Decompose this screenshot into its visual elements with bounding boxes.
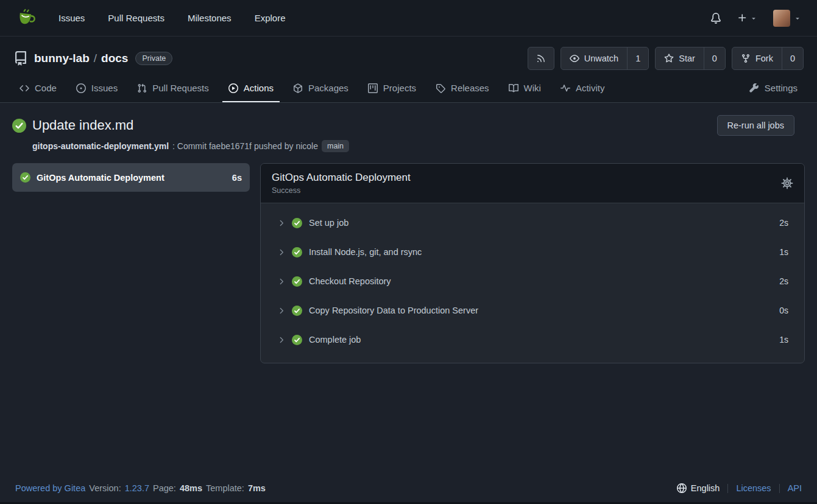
unwatch-label: Unwatch [584,54,618,63]
tab-issues[interactable]: Issues [70,75,124,102]
star-button-group: Star 0 [655,47,726,70]
chevron-right-icon [277,277,286,286]
step-duration: 1s [779,247,788,257]
star-icon [664,54,674,63]
version-link[interactable]: 1.23.7 [125,483,149,493]
gear-icon[interactable] [781,177,793,189]
run-body: GitOps Automatic Deployment 6s GitOps Au… [12,163,805,376]
chevron-down-icon [750,15,757,22]
nav-item-pull-requests[interactable]: Pull Requests [108,13,164,23]
tab-label: Releases [451,83,489,93]
run-title-row: Update index.md Re-run all jobs [12,115,805,136]
step-row[interactable]: Complete job 1s [261,325,804,354]
tab-label: Issues [91,83,118,93]
step-duration: 2s [779,276,788,286]
rss-button-group [528,47,554,70]
job-detail-panel: GitOps Automatic Deployment Success [260,163,805,363]
tab-pull-requests[interactable]: Pull Requests [131,75,215,102]
rss-feed-button[interactable] [528,47,554,69]
page-time-label: Page: [153,483,176,493]
repo-header: bunny-lab / docs Private [0,37,817,103]
repo-icon [13,51,28,66]
tab-label: Code [35,83,57,93]
api-link[interactable]: API [788,483,802,493]
primary-nav: Issues Pull Requests Milestones Explore [58,13,285,23]
star-button[interactable]: Star [656,47,704,69]
job-status: Success [272,186,411,195]
step-duration: 0s [779,306,788,315]
repo-name-link[interactable]: docs [101,52,128,65]
watchers-count[interactable]: 1 [627,47,648,69]
tag-icon [436,83,445,93]
star-label: Star [679,54,695,63]
tab-packages[interactable]: Packages [287,75,355,102]
fork-button-group: Fork 0 [732,47,804,70]
language-selector[interactable]: English [677,483,720,493]
tab-settings[interactable]: Settings [743,75,804,102]
nav-item-milestones[interactable]: Milestones [188,13,232,23]
repo-tabs: Code Issues Pull Requests Actions Packag… [13,75,804,102]
licenses-link[interactable]: Licenses [736,483,771,493]
create-new-button[interactable] [737,13,757,23]
job-list-item[interactable]: GitOps Automatic Deployment 6s [12,163,250,192]
job-panel-title: GitOps Automatic Deployment [272,172,411,184]
step-row[interactable]: Install Node.js, git, and rsync 1s [261,237,804,267]
template-time-value: 7ms [248,483,266,493]
success-check-icon [20,172,30,183]
nav-item-explore[interactable]: Explore [255,13,286,23]
gitea-logo[interactable] [16,8,37,29]
user-avatar [773,10,790,27]
stars-count[interactable]: 0 [704,47,725,69]
fork-button[interactable]: Fork [732,47,782,69]
tab-label: Pull Requests [152,83,209,93]
step-row[interactable]: Set up job 2s [261,208,804,237]
repo-owner-link[interactable]: bunny-lab [34,52,90,65]
tab-label: Packages [308,83,348,93]
repo-separator: / [94,52,97,65]
success-check-icon [12,119,26,133]
run-title: Update index.md [32,117,133,133]
tab-releases[interactable]: Releases [430,75,495,102]
step-row[interactable]: Checkout Repository 2s [261,267,804,296]
workflow-file-link[interactable]: gitops-automatic-deployment.yml [32,141,169,151]
tab-projects[interactable]: Projects [362,75,422,102]
notifications-bell-icon[interactable] [710,13,721,24]
tools-icon [749,83,759,93]
success-check-icon [292,306,302,316]
private-badge: Private [135,52,172,65]
tab-activity[interactable]: Activity [554,75,611,102]
chevron-right-icon [277,335,286,345]
step-name: Install Node.js, git, and rsync [309,247,422,257]
nav-item-issues[interactable]: Issues [58,13,85,23]
chevron-right-icon [277,306,286,315]
job-panel-header: GitOps Automatic Deployment Success [261,164,804,203]
play-circle-icon [228,83,238,93]
rerun-all-jobs-button[interactable]: Re-run all jobs [717,115,795,136]
branch-badge[interactable]: main [322,140,349,152]
tab-wiki[interactable]: Wiki [503,75,547,102]
commit-info-text: : Commit faebe1671f pushed by nicole [172,141,318,151]
unwatch-button[interactable]: Unwatch [561,47,627,69]
chevron-right-icon [277,219,286,228]
step-row[interactable]: Copy Repository Data to Production Serve… [261,296,804,325]
footer-right: English Licenses API [677,483,802,493]
eye-icon [570,54,579,63]
forks-count[interactable]: 0 [782,47,803,69]
plus-icon [737,13,748,23]
tab-actions[interactable]: Actions [222,75,280,102]
top-navbar: Issues Pull Requests Milestones Explore [0,0,817,37]
template-time-label: Template: [206,483,244,493]
success-check-icon [292,276,302,287]
step-name: Copy Repository Data to Production Serve… [309,306,478,315]
code-icon [19,83,29,93]
tab-label: Actions [244,83,274,93]
powered-by-link[interactable]: Powered by Gitea [15,483,85,493]
tab-code[interactable]: Code [13,75,63,102]
success-check-icon [292,218,302,228]
fork-label: Fork [755,54,773,63]
user-menu[interactable] [773,10,801,27]
footer-divider [727,484,728,493]
tab-label: Activity [576,83,605,93]
job-duration: 6s [232,173,242,183]
actions-run-page: Update index.md Re-run all jobs gitops-a… [0,103,817,474]
